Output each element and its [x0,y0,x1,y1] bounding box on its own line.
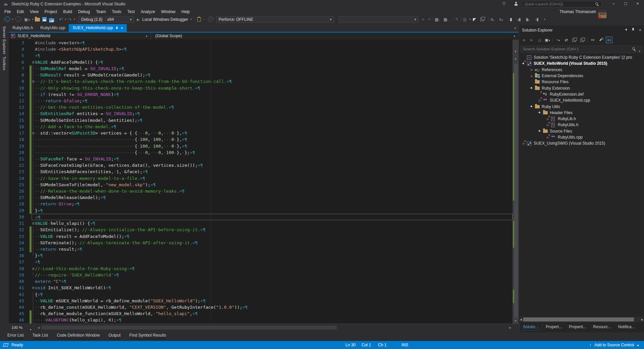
quick-launch-input[interactable]: Quick Launch (Ctrl+Q) [522,1,602,7]
window-position-chevron-icon[interactable]: ▼ [625,28,628,32]
back-icon[interactable]: ◄ [521,38,527,42]
tree-item-Source[interactable]: ▶Source Files [519,128,644,134]
panel-header[interactable]: Solution Explorer ▼ × [519,26,644,35]
feedback-icon[interactable] [514,2,519,6]
code-line-23[interactable]: 23··SUEntitiesAddFaces(entities,·1,·&fac… [9,168,513,175]
user-name[interactable]: Thomas Thomassen [559,9,596,14]
expand-icon[interactable]: ▷ [529,74,534,78]
empty-combo-dropdown[interactable]: ▼ [339,16,419,23]
bottom-tab-find-symbol-results[interactable]: Find Symbol Results [129,333,166,340]
menu-item-edit[interactable]: Edit [14,9,27,15]
menu-item-project[interactable]: Project [42,9,60,15]
menu-item-test[interactable]: Test [124,9,138,15]
toolbar-overflow-icon[interactable]: ╍ [203,16,205,22]
horizontal-scrollbar[interactable]: ◀ ▶ [37,324,512,331]
tree-item-RubyLib.h[interactable]: ▷h*RubyLib.h [519,116,644,122]
close-button[interactable]: × [632,0,643,8]
solution-platforms-dropdown[interactable]: x64▼ [105,16,134,23]
code-editor[interactable]: 3#include·<vector>¤¶4#include·<SketchUpA… [9,40,513,323]
bottom-tab-output[interactable]: Output [108,333,120,340]
tree-item-Header[interactable]: ▶Header Files [519,110,644,116]
tree-item-Solution[interactable]: ∞Solution 'SketchUp Ruby C Extension Exa… [519,54,644,60]
expand-icon[interactable]: ▷ [529,68,534,71]
save-button[interactable] [42,16,47,22]
history-icon[interactable]: ▩ [463,16,467,22]
tree-item-SUEX_HelloWorld[interactable]: ▶*SUEX_HelloWorld (Visual Studio 2015) [519,60,644,66]
new-project-button[interactable]: ▣✦ [24,16,30,22]
code-line-18[interactable]: 18······································… [9,136,513,143]
navigate-back-dropdown-icon[interactable]: ▼ [11,16,14,22]
code-line-9[interactable]: 9⊟··//·It's·best·to·always·check·the·ret… [9,78,513,85]
home-icon[interactable]: ⌂ [537,38,543,43]
revert-icon[interactable]: ↰ [455,16,458,22]
view-code-icon[interactable]: <> [590,38,596,42]
pin-icon[interactable] [115,27,118,30]
code-line-11[interactable]: 11··if·(result·!=·SU_ERROR_NONE)¤¶ [9,91,513,98]
tab-toolbox[interactable]: Toolbox [2,56,6,70]
members-dropdown[interactable]: (Global Scope) ▼ [151,33,519,40]
clear-bookmarks-icon[interactable]: ×▮ [535,16,539,22]
filter-icon[interactable]: ▽ [502,1,505,6]
code-line-13[interactable]: 13··//·Get·the·root·entities·collection·… [9,104,513,110]
tree-item-SUEX_HelloWorld.cpp[interactable]: ▷++*SUEX_HelloWorld.cpp [519,97,644,103]
solution-configurations-dropdown[interactable]: Debug (2.2)▼ [78,16,103,23]
code-line-10[interactable]: 10··//·Only·showing·this·check·once·to·k… [9,85,513,91]
previous-bookmark-icon[interactable]: ◂▮ [517,16,521,22]
menu-item-window[interactable]: Window [158,9,178,15]
solution-explorer-search-input[interactable]: Search Solution Explorer (Ctrl+;) ▼ [521,46,643,53]
attach-icon[interactable] [197,16,201,22]
scroll-up-icon[interactable]: ▲ [513,57,519,60]
menu-item-help[interactable]: Help [178,9,193,15]
collapse-all-icon[interactable]: ▭ [606,37,612,43]
code-line-39[interactable]: 39//···require·'SUEX_HelloWorld'¤¶ [9,272,513,278]
code-line-19[interactable]: 19······································… [9,143,513,149]
maximize-button[interactable]: □ [620,0,631,8]
add-to-source-control-button[interactable]: Add to Source Control [594,343,634,347]
code-line-21[interactable]: 21··SUFaceRef·face·=·SU_INVALID;¤¶ [9,156,513,162]
code-line-37[interactable]: 37¤¶ [9,259,513,265]
editor-tab-RubyUtils.h[interactable]: RubyUtils.h [9,24,37,32]
collapse-icon[interactable]: ▶ [529,87,534,90]
minimize-button[interactable]: – [608,0,619,8]
code-line-42[interactable]: 42{¤¶ [9,291,513,298]
pin-icon[interactable] [632,28,635,32]
copy-window-icon[interactable] [480,16,484,22]
code-line-31[interactable]: 31⊟VALUE·hello_slapi()·{¤¶ [9,220,513,227]
undo-button[interactable]: ↶ [59,16,63,22]
tree-item-RubyUtils.h[interactable]: ▷h*RubyUtils.h [519,122,644,128]
tree-item-RubyUtils.cpp[interactable]: ▷++*RubyUtils.cpp [519,134,644,140]
vertical-scrollbar[interactable]: ⇟ ▲ ▼ [513,40,519,323]
scrollbar-thumb[interactable] [523,317,634,321]
code-line-3[interactable]: 3#include·<vector>¤¶ [9,40,513,46]
code-line-41[interactable]: 41⊟void·Init_SUEX_HelloWorld()¤¶ [9,285,513,291]
properties-wrench-icon[interactable] [598,38,604,42]
tree-item-SUEX_UsingSWIG[interactable]: ▷*SUEX_UsingSWIG (Visual Studio 2015) [519,140,644,146]
code-line-8[interactable]: 8··SUResult·result·=·SUModelCreate(&mode… [9,72,513,78]
bottom-tab-error-list[interactable]: Error List [7,333,24,340]
menu-item-analyze[interactable]: Analyze [138,9,158,15]
search-options-chevron-icon[interactable]: ▼ [638,48,641,54]
collapse-icon[interactable]: ▶ [537,111,542,114]
zoom-level-dropdown[interactable]: 100 %▼ [9,324,34,331]
tool-tab-Propert[interactable]: Propert... [542,323,566,330]
code-line-7[interactable]: 7··SUModelRef·model·=·SU_INVALID;¤¶ [9,65,513,72]
editor-tab-SUEX_HelloWorld.cpp[interactable]: SUEX_HelloWorld.cpp× [69,24,127,32]
code-line-22[interactable]: 22··SUFaceCreateSimple(&face,·vertices.d… [9,162,513,168]
select-cursor-icon[interactable]: ◤ [473,16,476,22]
code-line-36[interactable]: 36}¤¶ [9,252,513,259]
splitter-handle[interactable]: ⇟ [514,50,518,53]
code-line-40[interactable]: 40extern·"C"¤¶ [9,278,513,285]
pending-changes-filter-icon[interactable]: ◔▼ [555,38,561,42]
debug-target-dropdown-icon[interactable]: ▼ [190,16,192,22]
indent-decrease-icon[interactable]: ≡▸ [490,16,494,22]
collapse-icon[interactable]: ▶ [529,105,534,108]
code-line-45[interactable]: 45··rb_define_module_function(mSUEX_Hell… [9,310,513,317]
bottom-tab-code-definition-window[interactable]: Code Definition Window [57,333,100,340]
overflow-dropdown-icon[interactable]: ▼ [428,16,430,22]
switch-views-icon[interactable]: ▣▼ [545,38,551,42]
code-line-5[interactable]: 5¤¶ [9,52,513,59]
code-line-27[interactable]: 27··SUModelRelease(&model);¤¶ [9,194,513,201]
character-indicator[interactable]: Ch 1 [378,343,386,347]
code-line-43[interactable]: 43··VALUE·mSUEX_HelloWorld·=·rb_define_m… [9,298,513,304]
menu-item-debug[interactable]: Debug [75,9,93,15]
